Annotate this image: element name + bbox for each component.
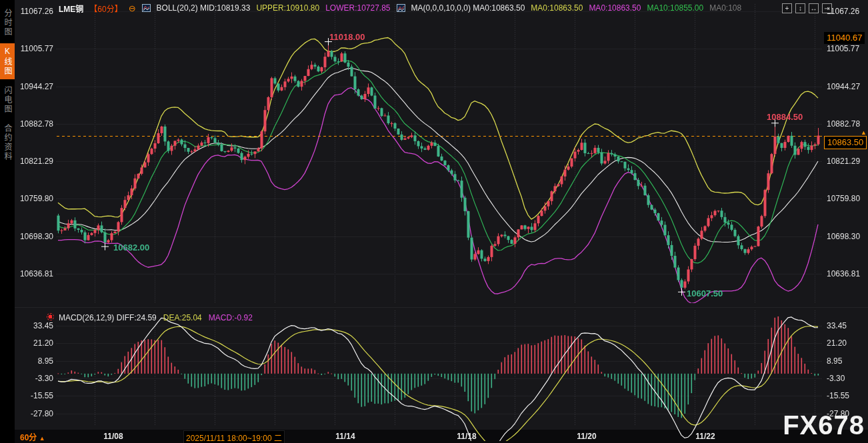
date-label: 11/22 bbox=[695, 432, 715, 441]
sidebar-tab-flash-chart[interactable]: 闪电图 bbox=[0, 83, 15, 117]
macd-settings-icon[interactable] bbox=[47, 313, 54, 320]
date-label: 11/20 bbox=[577, 432, 596, 441]
macd-axis-label-left: -3.30 bbox=[13, 374, 53, 383]
price-axis-label-right: 11005.77 bbox=[827, 44, 859, 53]
boll-upper-value: UPPER:10910.80 bbox=[256, 3, 319, 13]
symbol-title: LME铜 bbox=[59, 3, 83, 14]
boll-lower-value: LOWER:10727.85 bbox=[325, 3, 390, 13]
period-arrow-icon: ▲ bbox=[39, 435, 45, 442]
date-label: 11/14 bbox=[335, 432, 355, 441]
vertical-scale-icon[interactable]: ↕ bbox=[795, 3, 805, 13]
collapse-icon[interactable]: ⊖ bbox=[129, 3, 136, 13]
macd-header: MACD(26,12,9) DIFF:24.59 DEA:25.04 MACD:… bbox=[59, 313, 253, 322]
period-selector-button[interactable]: 60分 ▲ bbox=[20, 431, 45, 442]
price-axis-label-right: 10698.30 bbox=[827, 232, 860, 241]
current-price-badge: 10863.50 bbox=[824, 136, 867, 149]
macd-axis-label-left: 8.95 bbox=[13, 356, 53, 366]
price-axis-label-right: 10821.29 bbox=[827, 157, 860, 166]
crosshair-tool-icon[interactable]: + bbox=[782, 3, 792, 13]
indicator-header: LME铜 【60分】 ⊖ BOLL(20,2) MID:10819.33 UPP… bbox=[59, 3, 741, 13]
sidebar-tab-candle-chart[interactable]: K线图 bbox=[0, 43, 15, 79]
price-axis-label-right: 10636.81 bbox=[827, 269, 860, 278]
price-axis-label-left: 10759.80 bbox=[13, 194, 53, 203]
macd-axis-label-left: -27.80 bbox=[13, 409, 53, 418]
macd-bar-value: MACD:-0.92 bbox=[209, 313, 253, 322]
ma0-gray-value: MA0:108 bbox=[709, 3, 741, 13]
price-axis-label-left: 10882.78 bbox=[13, 119, 53, 129]
date-label: 11/18 bbox=[457, 432, 476, 441]
macd-axis-label-right: 33.45 bbox=[827, 321, 847, 330]
macd-axis-label-left: -15.55 bbox=[13, 391, 53, 400]
macd-dea-value: DEA:25.04 bbox=[163, 313, 202, 322]
macd-axis-label-right: -3.30 bbox=[827, 374, 845, 383]
sidebar: 分时图 K线图 闪电图 合约资料 bbox=[0, 0, 15, 443]
macd-axis-label-right: -15.55 bbox=[827, 391, 849, 400]
price-axis-label-left: 10944.27 bbox=[13, 82, 53, 91]
macd-axis-label-left: 21.20 bbox=[13, 338, 53, 348]
boll-indicator-icon[interactable] bbox=[142, 4, 151, 12]
price-axis-label-left: 11067.26 bbox=[13, 7, 53, 16]
macd-axis-label-right: 21.20 bbox=[827, 338, 847, 348]
price-axis-label-left: 10698.30 bbox=[13, 232, 53, 241]
horizontal-scale-icon[interactable]: ↔ bbox=[809, 3, 819, 13]
chart-toolbar: + ↕ ↔ ⇥ bbox=[782, 3, 832, 13]
price-axis-label-left: 10636.81 bbox=[13, 269, 53, 278]
ma-label: MA(0,0,0,10,0,0) MA0:10863.50 bbox=[411, 3, 525, 13]
date-label: 11/08 bbox=[103, 432, 123, 441]
ma-indicator-icon[interactable] bbox=[397, 4, 405, 12]
pan-right-icon[interactable]: ⇥ bbox=[822, 3, 832, 13]
ma0-magenta-value: MA0:10863.50 bbox=[589, 3, 641, 13]
period-label[interactable]: 【60分】 bbox=[89, 3, 122, 14]
bottom-bar: 60分 ▲ 2025/11/11 18:00~19:00 二 bbox=[0, 430, 868, 443]
boll-label: BOLL(20,2) MID:10819.33 bbox=[157, 3, 251, 13]
macd-axis-label-left: 33.45 bbox=[13, 321, 53, 330]
price-axis-label-right: 10882.78 bbox=[827, 119, 860, 129]
sidebar-tab-contract-info[interactable]: 合约资料 bbox=[0, 121, 15, 165]
price-annotation: 10682.00 bbox=[113, 242, 149, 252]
price-annotation: 11018.00 bbox=[329, 32, 365, 42]
price-annotation: 10884.50 bbox=[767, 112, 803, 122]
macd-label: MACD(26,12,9) DIFF:24.59 bbox=[59, 313, 157, 322]
macd-axis-label-right: -27.80 bbox=[827, 409, 849, 418]
price-axis-label-left: 10821.29 bbox=[13, 157, 53, 166]
hovered-bar-datetime: 2025/11/11 18:00~19:00 二 bbox=[183, 430, 285, 443]
macd-axis-label-right: 8.95 bbox=[827, 356, 842, 366]
reference-price-badge: 11040.67 bbox=[824, 32, 865, 44]
ma10-value: MA10:10855.00 bbox=[647, 3, 703, 13]
chart-canvas[interactable] bbox=[0, 0, 868, 443]
price-axis-label-left: 11005.77 bbox=[13, 44, 53, 53]
sidebar-tab-time-chart[interactable]: 分时图 bbox=[0, 5, 15, 40]
ma0-yellow-value: MA0:10863.50 bbox=[531, 3, 583, 13]
price-annotation: 10607.50 bbox=[687, 288, 723, 298]
price-marker-icon: ▲ bbox=[861, 129, 867, 136]
price-axis-label-right: 10944.27 bbox=[827, 82, 860, 91]
trading-app: 分时图 K线图 闪电图 合约资料 LME铜 【60分】 ⊖ BOLL(20,2)… bbox=[0, 0, 868, 443]
price-axis-label-right: 10759.80 bbox=[827, 194, 860, 203]
